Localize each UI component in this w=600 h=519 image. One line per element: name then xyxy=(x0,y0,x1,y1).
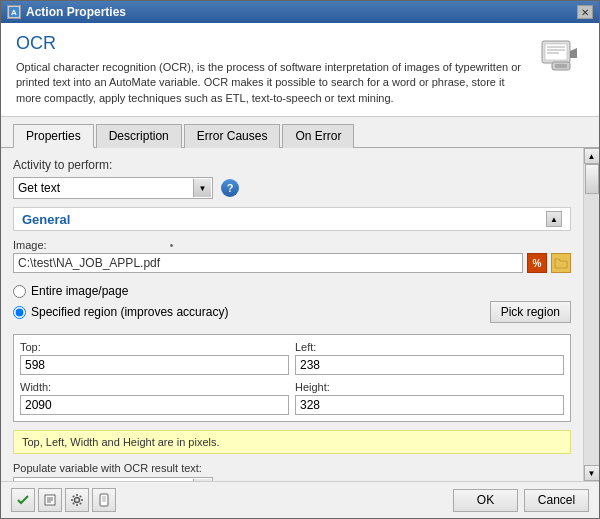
ok-button[interactable]: OK xyxy=(453,489,518,512)
svg-point-19 xyxy=(73,496,75,498)
dialog-buttons: OK Cancel xyxy=(453,489,589,512)
header-title: OCR xyxy=(16,33,524,54)
svg-point-14 xyxy=(75,498,80,503)
scrollbar: ▲ ▼ xyxy=(583,148,599,481)
svg-rect-3 xyxy=(545,44,567,60)
radio-entire-label: Entire image/page xyxy=(31,284,128,298)
activity-label: Activity to perform: xyxy=(13,158,571,172)
scroll-track[interactable] xyxy=(584,164,599,465)
toolbar-check-btn[interactable] xyxy=(11,488,35,512)
image-field-group: Image: • % xyxy=(13,239,571,273)
populate-label: Populate variable with OCR result text: xyxy=(13,462,571,474)
help-button[interactable]: ? xyxy=(221,179,239,197)
image-label: Image: • xyxy=(13,239,571,251)
svg-rect-8 xyxy=(555,64,567,68)
svg-point-18 xyxy=(81,499,83,501)
svg-point-20 xyxy=(80,503,82,505)
tab-error-causes[interactable]: Error Causes xyxy=(184,124,281,148)
left-input[interactable] xyxy=(295,355,564,375)
tab-properties[interactable]: Properties xyxy=(13,124,94,148)
percent-button[interactable]: % xyxy=(527,253,547,273)
activity-row: Get text ▼ ? xyxy=(13,177,571,199)
toolbar-edit-btn[interactable] xyxy=(38,488,62,512)
activity-select[interactable]: Get text xyxy=(13,177,213,199)
pick-region-button[interactable]: Pick region xyxy=(490,301,571,323)
coordinates-grid: Top: Left: Width: Height: xyxy=(13,334,571,422)
folder-button[interactable] xyxy=(551,253,571,273)
height-input[interactable] xyxy=(295,395,564,415)
image-input[interactable] xyxy=(13,253,523,273)
svg-text:A: A xyxy=(11,8,17,17)
svg-point-15 xyxy=(76,494,78,496)
populate-select[interactable]: VAR_text xyxy=(13,477,213,481)
scroll-down-arrow[interactable]: ▼ xyxy=(584,465,600,481)
scroll-thumb[interactable] xyxy=(585,164,599,194)
title-bar: A Action Properties ✕ xyxy=(1,1,599,23)
populate-select-wrapper: VAR_text ▼ xyxy=(13,477,213,481)
title-bar-left: A Action Properties xyxy=(7,5,126,19)
svg-point-16 xyxy=(76,504,78,506)
close-button[interactable]: ✕ xyxy=(577,5,593,19)
top-field: Top: xyxy=(20,341,289,375)
window-icon: A xyxy=(7,5,21,19)
general-section-header: General ▲ xyxy=(13,207,571,231)
general-title: General xyxy=(22,212,70,227)
header-description: Optical character recognition (OCR), is … xyxy=(16,60,524,106)
window-title: Action Properties xyxy=(26,5,126,19)
tab-on-error[interactable]: On Error xyxy=(282,124,354,148)
toolbar-doc-btn[interactable] xyxy=(92,488,116,512)
top-label: Top: xyxy=(20,341,289,353)
svg-point-22 xyxy=(80,496,82,498)
svg-rect-23 xyxy=(100,494,108,506)
svg-point-21 xyxy=(73,503,75,505)
scroll-up-arrow[interactable]: ▲ xyxy=(584,148,600,164)
toolbar-icons xyxy=(11,488,116,512)
radio-specified-input[interactable] xyxy=(13,306,26,319)
radio-entire-image: Entire image/page xyxy=(13,284,571,298)
cancel-button[interactable]: Cancel xyxy=(524,489,589,512)
ocr-icon xyxy=(534,33,584,78)
image-marker: • xyxy=(170,240,174,251)
left-label: Left: xyxy=(295,341,564,353)
action-properties-window: A Action Properties ✕ OCR Optical charac… xyxy=(0,0,600,519)
main-content: Activity to perform: Get text ▼ ? Genera… xyxy=(1,148,583,481)
width-label: Width: xyxy=(20,381,289,393)
activity-select-wrapper: Get text ▼ xyxy=(13,177,213,199)
height-field: Height: xyxy=(295,381,564,415)
general-scroll-up[interactable]: ▲ xyxy=(546,211,562,227)
populate-section: Populate variable with OCR result text: … xyxy=(13,462,571,481)
header-section: OCR Optical character recognition (OCR),… xyxy=(1,23,599,117)
svg-point-17 xyxy=(71,499,73,501)
bottom-bar: OK Cancel xyxy=(1,481,599,518)
toolbar-gear-btn[interactable] xyxy=(65,488,89,512)
width-field: Width: xyxy=(20,381,289,415)
radio-specified-row: Specified region (improves accuracy) Pic… xyxy=(13,301,571,323)
header-text: OCR Optical character recognition (OCR),… xyxy=(16,33,524,106)
main-with-scroll: Activity to perform: Get text ▼ ? Genera… xyxy=(1,148,599,481)
top-input[interactable] xyxy=(20,355,289,375)
activity-group: Activity to perform: Get text ▼ ? xyxy=(13,158,571,199)
height-label: Height: xyxy=(295,381,564,393)
image-field-row: % xyxy=(13,253,571,273)
radio-specified: Specified region (improves accuracy) xyxy=(13,305,228,319)
width-input[interactable] xyxy=(20,395,289,415)
radio-specified-label: Specified region (improves accuracy) xyxy=(31,305,228,319)
info-box: Top, Left, Width and Height are in pixel… xyxy=(13,430,571,454)
radio-group: Entire image/page Specified region (impr… xyxy=(13,284,571,323)
left-field: Left: xyxy=(295,341,564,375)
tabs-container: Properties Description Error Causes On E… xyxy=(1,117,599,148)
svg-marker-9 xyxy=(570,48,577,58)
radio-entire-input[interactable] xyxy=(13,285,26,298)
tab-description[interactable]: Description xyxy=(96,124,182,148)
